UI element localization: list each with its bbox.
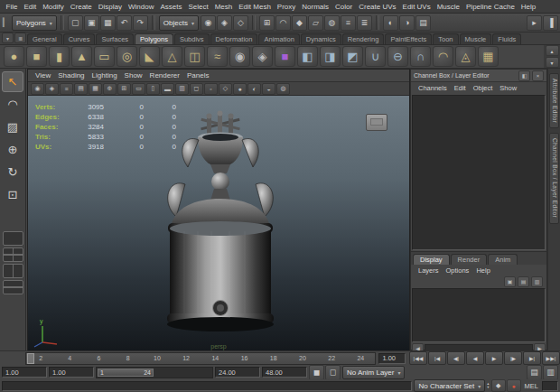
layer-editor-menu-item[interactable]: Layers (415, 266, 443, 275)
shelf-tab[interactable]: Curves (63, 33, 96, 44)
panel-menu-item[interactable]: Renderer (146, 71, 183, 79)
layer-editor-menu-item[interactable]: Options (443, 266, 473, 275)
select-tool[interactable]: ↖ (2, 71, 23, 92)
resolution-gate-icon[interactable]: ▯ (146, 83, 160, 95)
two-d-pan-zoom-icon[interactable]: ⊕ (103, 83, 117, 95)
quadrangulate-icon[interactable]: ▦ (478, 46, 499, 67)
layer-options-icon[interactable]: ▥ (531, 276, 543, 287)
menubar-item[interactable]: File (3, 0, 21, 14)
ipr-render-icon[interactable]: ◑ (399, 15, 415, 31)
menubar-item[interactable]: Select (185, 0, 211, 14)
scale-tool[interactable]: ⊡ (2, 184, 23, 205)
shelf-scroll-up-icon[interactable]: ▴ (546, 45, 559, 56)
go-to-end-button[interactable]: ▶▶| (542, 351, 560, 365)
wireframe-mode-icon[interactable]: ◇ (219, 83, 232, 95)
snap-point-icon[interactable]: ◆ (292, 15, 307, 31)
rotate-tool[interactable]: ↻ (2, 162, 23, 182)
character-set-spinner[interactable]: ▴ ▾ (487, 382, 489, 389)
dock-icon[interactable]: ◧ (518, 70, 530, 81)
step-forward-key-button[interactable]: ▶| (523, 351, 541, 365)
shelf-tab[interactable]: Polygons (135, 33, 173, 44)
shelf-switch-icon[interactable]: ▾ (2, 33, 14, 43)
mel-toggle[interactable]: MEL (523, 382, 540, 390)
snap-curve-icon[interactable]: ◠ (275, 15, 291, 31)
menubar-item[interactable]: Modify (40, 0, 68, 14)
construction-history-icon[interactable]: ≣ (357, 15, 372, 31)
play-forward-button[interactable]: ▶ (485, 351, 503, 365)
menubar-item[interactable]: Create UVs (356, 0, 399, 14)
anim-layer-solo-icon[interactable]: ◻ (325, 365, 341, 380)
camera-attributes-icon[interactable]: ≡ (60, 83, 73, 95)
boolean-union-icon[interactable]: ∪ (365, 46, 386, 67)
layout-two-pane-side-button[interactable] (3, 264, 23, 278)
poly-helix-icon[interactable]: ≈ (207, 46, 228, 67)
tab-channel-box[interactable]: Channel Box / Layer Editor (549, 133, 559, 223)
menubar-item[interactable]: Edit UVs (399, 0, 434, 14)
menubar-item[interactable]: Color (332, 0, 356, 14)
menubar-item[interactable]: Edit (21, 0, 40, 14)
image-plane-icon[interactable]: ▦ (89, 83, 102, 95)
combine-icon[interactable]: ◧ (297, 46, 318, 67)
shelf-scroll-down-icon[interactable]: ▾ (546, 57, 559, 68)
new-scene-icon[interactable]: ▢ (68, 15, 83, 31)
playback-start-field[interactable]: 1.00 (2, 367, 47, 378)
lock-camera-icon[interactable]: ◈ (45, 83, 59, 95)
redo-icon[interactable]: ↷ (133, 15, 148, 31)
grid-toggle-icon[interactable]: ⊞ (117, 83, 131, 95)
panel-menu-item[interactable]: Lighting (89, 71, 121, 79)
layout-four-pane-button[interactable] (3, 247, 23, 262)
panel-menu-item[interactable]: Shading (54, 71, 88, 79)
current-frame-indicator[interactable] (27, 353, 34, 364)
undo-icon[interactable]: ↶ (117, 15, 132, 31)
shelf-tab[interactable]: Deformation (210, 33, 258, 44)
menubar-item[interactable]: Help (518, 0, 538, 14)
playback-options-icon[interactable]: ▤ (527, 365, 542, 380)
range-slider[interactable]: 1 24 (96, 367, 213, 378)
spinner-down-icon[interactable]: ▾ (487, 386, 489, 389)
step-forward-frame-button[interactable]: |▶ (504, 351, 522, 365)
playback-end-field[interactable]: 24.00 (215, 367, 260, 378)
move-tool[interactable]: ⊕ (2, 139, 23, 160)
menubar-item[interactable]: Mesh (211, 0, 236, 14)
new-empty-layer-icon[interactable]: ▣ (504, 276, 516, 287)
menubar-item[interactable]: Edit Mesh (236, 0, 275, 14)
select-camera-icon[interactable]: ◉ (31, 83, 44, 95)
render-current-frame-icon[interactable]: ◐ (383, 15, 398, 31)
film-gate-icon[interactable]: ▭ (132, 83, 145, 95)
menubar-item[interactable]: Normals (299, 0, 332, 14)
poly-pyramid-icon[interactable]: △ (162, 46, 182, 67)
trophy-model[interactable] (144, 108, 297, 336)
poly-plane-icon[interactable]: ▭ (94, 46, 115, 67)
character-set-selector[interactable]: No Character Set ▾ (414, 379, 485, 392)
shaded-mode-icon[interactable]: ● (233, 83, 247, 95)
shelf-tab[interactable]: Muscle (460, 33, 492, 44)
safe-action-icon[interactable]: ◻ (190, 83, 203, 95)
poly-platonic-icon[interactable]: ◈ (252, 46, 273, 67)
channel-box-menu-item[interactable]: Show (496, 84, 520, 92)
tab-attribute-editor[interactable]: Attribute Editor (549, 73, 559, 128)
input-connections-icon[interactable]: ≡ (341, 15, 356, 31)
panel-menu-item[interactable]: View (32, 71, 54, 79)
boolean-intersection-icon[interactable]: ∩ (410, 46, 431, 67)
shelf-tab[interactable]: General (27, 33, 62, 44)
select-component-icon[interactable]: ◇ (233, 15, 248, 31)
sidebar-toggle-icon[interactable]: ▐ (543, 15, 558, 31)
play-backward-button[interactable]: ◀ (466, 351, 484, 365)
shelf-tab[interactable]: Animation (258, 33, 299, 44)
shelf-tab[interactable]: PaintEffects (385, 33, 432, 44)
field-chart-icon[interactable]: ▥ (175, 83, 189, 95)
step-back-key-button[interactable]: |◀ (428, 351, 446, 365)
shelf-tab[interactable]: Toon (433, 33, 458, 44)
new-layer-from-selected-icon[interactable]: ▤ (518, 276, 529, 287)
channel-box-menu-item[interactable]: Channels (415, 84, 451, 92)
paint-select-tool[interactable]: ▨ (2, 117, 23, 137)
snap-grid-icon[interactable]: ⊞ (259, 15, 275, 31)
triangulate-icon[interactable]: ◬ (455, 46, 476, 67)
range-slider-handle[interactable]: 1 24 (98, 369, 154, 377)
go-to-start-button[interactable]: |◀◀ (409, 351, 427, 365)
bookmarks-icon[interactable]: ▤ (74, 83, 88, 95)
layer-editor-tab[interactable]: Render (451, 254, 488, 265)
viewport-canvas[interactable]: Verts: 3095 0 0 Edges: 6338 0 0 Faces: 3… (28, 96, 409, 351)
layout-single-pane-button[interactable] (3, 231, 23, 246)
menubar-item[interactable]: Display (95, 0, 125, 14)
